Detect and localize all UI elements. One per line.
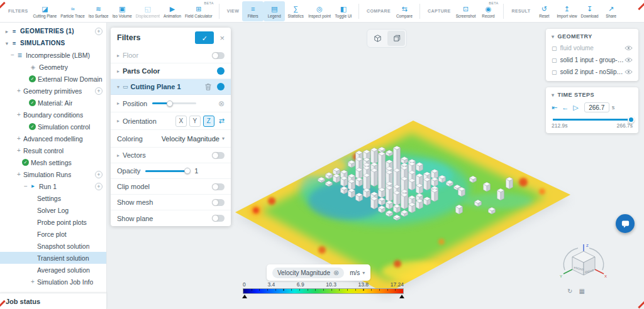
tree-item[interactable]: Force plot — [0, 228, 106, 240]
tree-item[interactable]: External Flow Domain — [0, 73, 106, 85]
toolbar-button[interactable]: BETA Field Calculator — [183, 1, 214, 21]
toolbar-button[interactable]: Particle Trace — [58, 1, 87, 21]
apply-filters-button[interactable] — [195, 31, 214, 44]
orientation-axis-button[interactable]: Y — [189, 116, 201, 127]
toolbar-button[interactable]: Inspect point — [306, 1, 333, 21]
tree-item[interactable]: Incompressible (LBM) — [0, 49, 106, 61]
tree-caret-icon[interactable] — [16, 111, 22, 118]
visibility-eye-icon[interactable] — [625, 45, 633, 51]
perspective-view-button[interactable] — [369, 31, 386, 46]
tree-item[interactable]: Transient solution — [0, 252, 106, 264]
toolbar-button[interactable]: Iso Volume — [111, 1, 134, 21]
job-status-bar[interactable]: Job status — [0, 293, 107, 309]
toolbar-button[interactable]: Import view — [555, 1, 579, 21]
opacity-slider[interactable] — [145, 170, 189, 172]
orientation-axis-button[interactable]: X — [175, 116, 187, 127]
toolbar-button[interactable]: BETA Record — [477, 1, 499, 21]
tree-caret-icon[interactable] — [16, 147, 22, 154]
parts-color-enabled-dot[interactable] — [217, 67, 225, 75]
show-mesh-toggle[interactable] — [212, 199, 225, 206]
toolbar-button[interactable]: Compare — [394, 1, 415, 21]
reset-position-icon[interactable] — [218, 99, 225, 108]
orthographic-view-button[interactable] — [387, 31, 405, 46]
tree-item[interactable]: Simulation control — [0, 121, 106, 133]
filter-row-parts-color[interactable]: Parts Color — [111, 63, 231, 79]
add-button[interactable]: + — [95, 183, 103, 190]
flip-orientation-icon[interactable] — [219, 117, 225, 125]
toolbar-button[interactable]: Screenshot — [454, 1, 478, 21]
floor-toggle[interactable] — [212, 52, 225, 59]
filter-row-vectors[interactable]: Vectors — [111, 148, 231, 163]
field-pill[interactable]: Velocity Magnitude — [272, 268, 344, 278]
toolbar-button[interactable]: Iso Surface — [87, 1, 111, 21]
tree-caret-icon[interactable] — [16, 135, 22, 142]
tree-item[interactable]: Solver Log — [0, 204, 106, 216]
add-button[interactable]: + — [95, 171, 103, 178]
filter-row-floor[interactable]: Floor — [111, 48, 231, 63]
tree-item[interactable]: Snapshot solution — [0, 240, 106, 252]
toolbar-button[interactable]: Toggle UI — [333, 1, 354, 21]
toolbar-button[interactable]: Download — [579, 1, 601, 21]
time-slider[interactable] — [553, 119, 631, 121]
tree-caret-icon[interactable] — [23, 183, 29, 190]
time-value-input[interactable]: 266.7 — [584, 102, 609, 112]
toolbar-button[interactable]: Animation — [162, 1, 183, 21]
toolbar-button[interactable]: Reset — [533, 1, 555, 21]
tree-caret-icon[interactable] — [9, 52, 16, 58]
tree-item[interactable]: Averaged solution — [0, 264, 106, 276]
cutting-plane-enabled-dot[interactable] — [217, 83, 225, 90]
visibility-eye-icon[interactable] — [625, 57, 633, 63]
step-back-button[interactable] — [562, 104, 569, 111]
tree-item[interactable]: Geometry — [0, 61, 106, 73]
toolbar-button[interactable]: Legend — [264, 1, 285, 21]
tree-caret-icon[interactable] — [4, 28, 10, 35]
tree-item[interactable]: Boundary conditions — [0, 109, 106, 121]
skip-to-start-button[interactable] — [552, 104, 557, 112]
tree-caret-icon[interactable] — [30, 278, 36, 285]
geometry-panel-header[interactable]: GEOMETRY — [546, 29, 638, 42]
show-plane-toggle[interactable] — [212, 215, 225, 222]
close-filters-button[interactable] — [219, 33, 225, 43]
add-button[interactable]: + — [95, 87, 103, 95]
add-button[interactable]: + — [95, 28, 103, 35]
tree-caret-icon[interactable] — [16, 87, 22, 94]
filter-row-clip-model[interactable]: Clip model — [111, 179, 231, 195]
reset-view-icon[interactable] — [567, 288, 572, 295]
time-steps-header[interactable]: TIME STEPS — [546, 87, 638, 100]
filter-row-cutting-plane[interactable]: Cutting Plane 1 — [111, 79, 231, 95]
geometry-item[interactable]: solid 1 input - group-all... — [546, 54, 638, 66]
tree-caret-icon[interactable] — [16, 171, 22, 178]
tree-item[interactable]: Mesh settings — [0, 156, 106, 168]
colorbar-min-marker[interactable] — [242, 295, 247, 298]
filter-row-show-plane[interactable]: Show plane — [111, 210, 231, 226]
toolbar-button[interactable]: Cutting Plane — [31, 1, 58, 21]
toolbar-button[interactable]: Statistics — [285, 1, 306, 21]
geometry-item[interactable]: solid 2 input - noSlipBo... — [546, 66, 638, 78]
vectors-toggle[interactable] — [212, 152, 225, 159]
geometry-item[interactable]: fluid volume — [546, 42, 638, 54]
tree-item[interactable]: Result control — [0, 144, 106, 156]
clip-model-toggle[interactable] — [212, 183, 225, 190]
visibility-eye-icon[interactable] — [625, 69, 633, 75]
tree-item[interactable]: Geometry primitives + — [0, 85, 106, 97]
play-button[interactable] — [573, 104, 578, 112]
tree-item[interactable]: Simulation Runs + — [0, 168, 106, 180]
filter-row-show-mesh[interactable]: Show mesh — [111, 195, 231, 210]
coloring-dropdown[interactable]: Velocity Magnitude — [162, 135, 225, 143]
tree-item[interactable]: SIMULATIONS — [0, 37, 106, 49]
tree-item[interactable]: Material: Air — [0, 97, 106, 109]
colorbar-max-marker[interactable] — [399, 295, 404, 298]
opacity-slider-knob[interactable] — [184, 168, 191, 174]
tree-item[interactable]: Advanced modelling — [0, 133, 106, 144]
toolbar-button[interactable]: Share — [601, 1, 622, 21]
toolbar-button[interactable]: Filters — [242, 1, 264, 21]
remove-field-icon[interactable] — [333, 269, 339, 277]
tree-item[interactable]: Simulation Job Info — [0, 276, 106, 288]
orientation-axis-button[interactable]: Z — [203, 116, 214, 127]
delete-trash-icon[interactable] — [204, 83, 212, 91]
time-slider-knob[interactable] — [628, 116, 635, 123]
position-slider-knob[interactable] — [167, 100, 173, 107]
position-slider[interactable] — [152, 102, 196, 104]
grid-toggle-icon[interactable] — [579, 288, 584, 295]
tree-item[interactable]: Probe point plots — [0, 216, 106, 228]
